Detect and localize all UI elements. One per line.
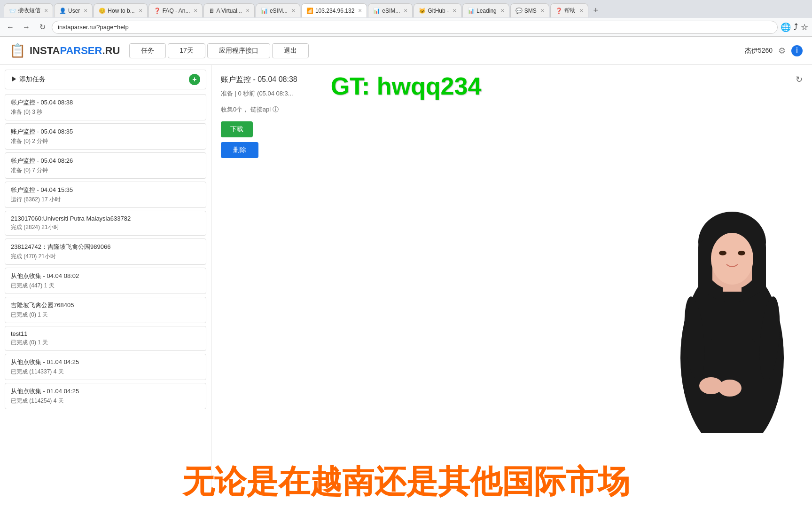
tab-close-icon[interactable]: ✕: [84, 8, 87, 13]
tab-favicon: 👤: [59, 8, 66, 14]
svg-rect-4: [698, 240, 712, 343]
tab-esim2[interactable]: 📊 eSIM... ✕: [368, 3, 413, 17]
task-title: 帐户监控 - 05.04 08:26: [11, 157, 200, 165]
task-status: 准备 (0) 2 分钟: [11, 137, 200, 145]
tab-leading[interactable]: 📊 Leading ✕: [462, 3, 509, 17]
bookmark-icon[interactable]: ☆: [801, 22, 808, 32]
info-icon[interactable]: i: [791, 45, 803, 56]
task-item[interactable]: 吉隆坡飞禽公园768405 已完成 (0) 1 天: [5, 297, 206, 323]
back-button[interactable]: ←: [4, 21, 17, 34]
svg-rect-1: [723, 263, 742, 292]
translate-icon[interactable]: 🌐: [781, 22, 791, 32]
tab-close-icon[interactable]: ✕: [194, 8, 197, 13]
tab-favicon: ❓: [555, 8, 562, 14]
task-title: 帐户监控 - 05.04 08:38: [11, 98, 200, 107]
delete-button[interactable]: 删除: [221, 142, 258, 158]
tab-shouduanxin[interactable]: 📨 接收短信 ✕: [4, 3, 53, 17]
tab-github[interactable]: 🐱 GitHub - ✕: [414, 3, 461, 17]
tab-label: FAQ - An...: [163, 8, 190, 14]
task-status: 准备 (0) 3 秒: [11, 108, 200, 116]
tab-close-icon[interactable]: ✕: [579, 8, 583, 13]
task-title: 238124742：吉隆坡飞禽公园989066: [11, 243, 200, 251]
svg-point-6: [711, 233, 753, 285]
person-svg: [657, 160, 807, 433]
task-title: 从他点收集 - 04.04 08:02: [11, 272, 200, 280]
browser-icons: 🌐 ⤴ ☆: [781, 22, 808, 32]
tab-close-icon[interactable]: ✕: [453, 8, 456, 13]
header-right: 杰伊5260 ⚙ i: [745, 45, 803, 56]
settings-icon[interactable]: ⚙: [778, 46, 786, 56]
tab-faq[interactable]: ❓ FAQ - An... ✕: [148, 3, 203, 17]
tab-esim1[interactable]: 📊 eSIM... ✕: [256, 3, 300, 17]
tab-favicon: 😊: [99, 8, 106, 14]
browser-chrome: 📨 接收短信 ✕ 👤 User ✕ 😊 How to b... ✕ ❓ FAQ …: [0, 0, 812, 37]
tab-active-ip[interactable]: 📶 103.234.96.132 ✕: [301, 3, 367, 17]
task-title: 吉隆坡飞禽公园768405: [11, 301, 200, 310]
task-item[interactable]: test11 已完成 (0) 1 天: [5, 326, 206, 351]
person-image: [652, 65, 812, 433]
task-item[interactable]: 213017060:Universiti Putra Malaysia63378…: [5, 211, 206, 236]
svg-point-0: [680, 263, 784, 433]
tab-favicon: 📨: [9, 8, 16, 14]
tab-sms[interactable]: 💬 SMS ✕: [510, 3, 549, 17]
svg-point-11: [699, 377, 723, 394]
svg-point-9: [681, 296, 708, 382]
tab-howto[interactable]: 😊 How to b... ✕: [94, 3, 147, 17]
reload-button[interactable]: ↻: [36, 21, 49, 34]
task-item[interactable]: 帐户监控 - 04.04 15:35 运行 (6362) 17 小时: [5, 182, 206, 208]
nav-tab-tasks[interactable]: 任务: [129, 43, 166, 58]
task-item[interactable]: 帐户监控 - 05.04 08:38 准备 (0) 3 秒: [5, 94, 206, 120]
forward-button[interactable]: →: [20, 21, 33, 34]
refresh-icon[interactable]: ↻: [796, 74, 803, 85]
tab-label: eSIM...: [270, 8, 288, 14]
app-container: GT: hwqq234 📋 INSTAPARSER.RU 任务 17天 应用程序…: [0, 37, 812, 508]
task-status: 已完成 (114337) 4 天: [11, 368, 200, 376]
task-item[interactable]: 从他点收集 - 01.04 04:25 已完成 (114337) 4 天: [5, 354, 206, 380]
add-task-label: ▶ 添加任务: [11, 75, 46, 84]
address-bar[interactable]: instaparser.ru/?page=help: [52, 21, 778, 34]
add-task-bar[interactable]: ▶ 添加任务 +: [5, 70, 206, 89]
tab-label: SMS: [524, 8, 537, 14]
share-icon[interactable]: ⤴: [794, 22, 798, 32]
nav-tab-logout[interactable]: 退出: [272, 43, 309, 58]
sidebar: ▶ 添加任务 + 帐户监控 - 05.04 08:38 准备 (0) 3 秒 账…: [0, 65, 211, 489]
tab-label: Leading: [476, 8, 497, 14]
new-tab-button[interactable]: +: [589, 4, 602, 17]
svg-point-2: [702, 214, 763, 289]
nav-tab-api[interactable]: 应用程序接口: [207, 43, 270, 58]
nav-tab-days[interactable]: 17天: [168, 43, 205, 58]
tab-close-icon[interactable]: ✕: [139, 8, 142, 13]
tab-close-icon[interactable]: ✕: [404, 8, 407, 13]
task-item[interactable]: 帐户监控 - 05.04 08:26 准备 (0) 7 分钟: [5, 152, 206, 179]
svg-point-10: [757, 296, 783, 382]
download-button[interactable]: 下载: [221, 121, 253, 137]
panel-title: 账户监控 - 05.04 08:38 ↻: [221, 74, 803, 85]
tab-favicon: 🐱: [419, 8, 426, 14]
task-status: 准备 (0) 7 分钟: [11, 167, 200, 175]
user-info: 杰伊5260: [745, 47, 773, 55]
tab-close-icon[interactable]: ✕: [44, 8, 48, 13]
task-item[interactable]: 从他点收集 - 01.04 04:25 已完成 (114254) 4 天: [5, 383, 206, 409]
app-header: 📋 INSTAPARSER.RU 任务 17天 应用程序接口 退出 杰伊5260…: [0, 37, 812, 65]
tab-favicon: 📊: [468, 8, 475, 14]
tab-favicon: 💬: [515, 8, 523, 14]
tab-close-icon[interactable]: ✕: [540, 8, 544, 13]
tab-favicon: 🖥: [209, 8, 214, 14]
tab-close-icon[interactable]: ✕: [500, 8, 504, 13]
task-status: 完成 (470) 21小时: [11, 253, 200, 261]
right-panel: 账户监控 - 05.04 08:38 ↻ 准备 | 0 秒前 (05.04 08…: [211, 65, 812, 489]
tab-virtual[interactable]: 🖥 A Virtual... ✕: [203, 3, 254, 17]
tab-favicon: ❓: [154, 8, 161, 14]
task-item[interactable]: 账户监控 - 05.04 08:35 准备 (0) 2 分钟: [5, 123, 206, 150]
tab-help[interactable]: ❓ 帮助 ✕: [550, 3, 588, 17]
task-item[interactable]: 从他点收集 - 04.04 08:02 已完成 (447) 1 天: [5, 268, 206, 294]
tab-close-icon[interactable]: ✕: [358, 8, 362, 13]
tab-close-icon[interactable]: ✕: [291, 8, 295, 13]
task-item[interactable]: 238124742：吉隆坡飞禽公园989066 完成 (470) 21小时: [5, 238, 206, 265]
tab-close-icon[interactable]: ✕: [246, 8, 250, 13]
task-title: 213017060:Universiti Putra Malaysia63378…: [11, 215, 200, 222]
tab-user[interactable]: 👤 User ✕: [54, 3, 93, 17]
task-title: 帐户监控 - 04.04 15:35: [11, 186, 200, 194]
address-text: instaparser.ru/?page=help: [58, 24, 129, 31]
add-task-icon[interactable]: +: [189, 74, 200, 85]
